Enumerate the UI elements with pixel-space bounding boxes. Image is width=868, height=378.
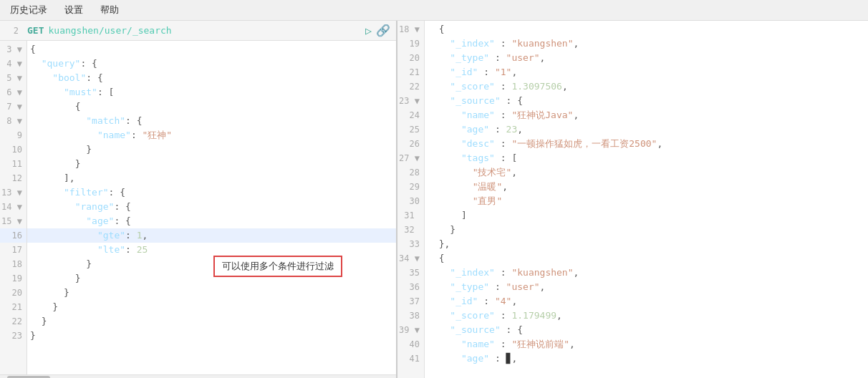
right-panel: 18 ▼ 19 20 21 22 23 ▼ 24 25 26 27 ▼ 28 2… [397,21,868,378]
right-code-area: 18 ▼ 19 20 21 22 23 ▼ 24 25 26 27 ▼ 28 2… [397,21,868,378]
r-code-28: "技术宅", [425,165,868,180]
r-code-34: { [425,251,868,266]
ln-9: 9 [0,128,26,142]
right-line-numbers: 18 ▼ 19 20 21 22 23 ▼ 24 25 26 27 ▼ 28 2… [397,21,425,378]
ln-6: 6 ▼ [0,85,26,100]
rln-26: 26 [397,137,424,151]
r-code-38: "_score" : 1.179499, [425,309,868,323]
http-method: GET [27,25,44,36]
code-line-13: "filter": { [27,185,396,200]
rln-23: 23 ▼ [397,94,424,108]
rln-24: 24 [397,108,424,122]
code-line-10: } [27,142,396,157]
code-line-3: { [27,42,396,57]
r-code-40: "name" : "狂神说前端", [425,337,868,352]
r-code-36: "_type" : "user", [425,280,868,294]
code-line-20a: } [27,286,396,300]
code-line-17: "lte": 25 [27,243,396,257]
left-line-numbers: 3 ▼ 4 ▼ 5 ▼ 6 ▼ 7 ▼ 8 ▼ 9 10 11 12 13 ▼ … [0,41,27,374]
ln-13: 13 ▼ [0,185,26,200]
ln-16: 16 [0,228,26,243]
rln-33: 33 [397,237,424,251]
rln-41: 41 [397,352,424,366]
left-scrollbar[interactable] [0,374,396,378]
ln-14: 14 ▼ [0,200,26,214]
run-button[interactable]: ▷ [365,24,372,37]
ln-17: 17 [0,243,26,257]
r-code-20: "_type" : "user", [425,51,868,65]
code-line-7: { [27,100,396,114]
rln-34: 34 ▼ [397,251,424,266]
left-panel: 2 GET kuangshen/user/_search ▷ 🔗 3 ▼ 4 ▼… [0,21,397,378]
rln-22: 22 [397,79,424,94]
code-line-9: "name": "狂神" [27,128,396,142]
rln-21: 21 [397,65,424,79]
r-code-21: "_id" : "1", [425,65,868,79]
ln-21: 21 [0,300,26,314]
r-code-23: "_source" : { [425,94,868,108]
rln-18: 18 ▼ [397,22,424,37]
code-line-11: } [27,157,396,171]
r-code-33: }, [425,237,868,251]
menu-settings[interactable]: 设置 [62,2,86,18]
right-code-content[interactable]: { "_index" : "kuangshen", "_type" : "use… [425,21,868,378]
code-line-22a: } [27,314,396,329]
rln-32: 32 [397,223,424,237]
request-url[interactable]: kuangshen/user/_search [48,25,171,36]
rln-19: 19 [397,37,424,51]
code-line-4: "query": { [27,57,396,71]
r-code-26: "desc" : "一顿操作猛如虎，一看工资2500", [425,137,868,151]
ln-5: 5 ▼ [0,71,26,85]
ln-7: 7 ▼ [0,100,26,114]
r-code-31: ] [425,208,868,223]
menu-bar: 历史记录 设置 帮助 [0,0,868,21]
rln-27: 27 ▼ [397,151,424,165]
app-window: 历史记录 设置 帮助 2 GET kuangshen/user/_search … [0,0,868,378]
ln-3: 3 ▼ [0,42,26,57]
rln-31: 31 [397,208,424,223]
r-code-39: "_source" : { [425,323,868,337]
r-code-29: "温暖", [425,180,868,194]
rln-37: 37 [397,294,424,309]
main-container: 2 GET kuangshen/user/_search ▷ 🔗 3 ▼ 4 ▼… [0,21,868,378]
ln-4: 4 ▼ [0,57,26,71]
code-line-6: "must": [ [27,85,396,100]
left-scrollbar-thumb[interactable] [7,376,50,379]
ln-8: 8 ▼ [0,114,26,128]
code-line-8: "match": { [27,114,396,128]
request-toolbar: 2 GET kuangshen/user/_search ▷ 🔗 [0,21,396,41]
ln-10: 10 [0,142,26,157]
menu-help[interactable]: 帮助 [97,2,122,18]
rln-40: 40 [397,337,424,352]
rln-25: 25 [397,122,424,137]
r-code-19: "_index" : "kuangshen", [425,37,868,51]
code-line-23a: } [27,329,396,343]
ln-19: 19 [0,271,26,286]
rln-20: 20 [397,51,424,65]
code-line-16: "gte": 1, [27,228,396,243]
rln-38: 38 [397,309,424,323]
ln-11: 11 [0,157,26,171]
rln-28: 28 [397,165,424,180]
tooltip-filter: 可以使用多个条件进行过滤 [213,256,342,277]
left-code-content[interactable]: { "query": { "bool": { "must": [ { "matc… [27,41,396,374]
rln-39: 39 ▼ [397,323,424,337]
r-code-32: } [425,223,868,237]
toolbar-line-num: 2 [6,26,23,36]
r-code-25: "age" : 23, [425,122,868,137]
code-line-12: ], [27,171,396,185]
ln-22: 22 [0,314,26,329]
ln-18: 18 [0,257,26,271]
code-line-5: "bool": { [27,71,396,85]
ln-20: 20 [0,286,26,300]
code-line-21a: } [27,300,396,314]
left-code-wrapper: 2 GET kuangshen/user/_search ▷ 🔗 3 ▼ 4 ▼… [0,21,396,378]
ln-15: 15 ▼ [0,214,26,228]
r-code-30: "直男" [425,194,868,208]
share-button[interactable]: 🔗 [376,24,390,37]
r-code-37: "_id" : "4", [425,294,868,309]
rln-35: 35 [397,266,424,280]
r-code-18: { [425,22,868,37]
menu-history[interactable]: 历史记录 [7,2,50,18]
left-code-area: 3 ▼ 4 ▼ 5 ▼ 6 ▼ 7 ▼ 8 ▼ 9 10 11 12 13 ▼ … [0,41,396,374]
